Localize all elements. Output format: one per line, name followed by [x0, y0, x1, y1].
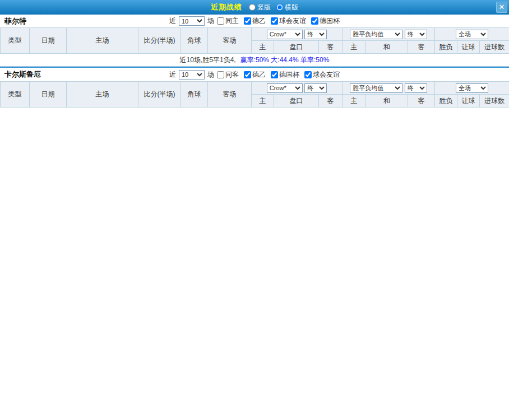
col-header-type: 类型 — [1, 28, 30, 54]
subcol-result: 胜负 — [435, 95, 457, 108]
team-section-furth: 菲尔特 近 10 场 同主德乙球会友谊德国杯 类型 日期 主场 比分(半场) 角… — [0, 15, 509, 67]
filter-checkbox-label: 球会友谊 — [313, 70, 340, 80]
summary-prefix: 近10场,胜5平1负4, — [180, 56, 236, 64]
filterbar-furth: 菲尔特 近 10 场 同主德乙球会友谊德国杯 — [0, 15, 509, 27]
league-filters: 同主德乙球会友谊德国杯 — [217, 16, 340, 26]
subcol-handicap: 盘口 — [274, 95, 319, 108]
games-label: 场 — [207, 16, 214, 26]
filter-checkbox-1[interactable]: 德乙 — [244, 16, 266, 26]
layout-radio-label: 横版 — [285, 3, 298, 12]
col-header-type: 类型 — [1, 82, 30, 108]
filterbar-karlsruhe: 卡尔斯鲁厄 近 10 场 同客德乙德国杯球会友谊 — [0, 67, 509, 81]
subcol-asian-away: 客 — [319, 41, 343, 54]
europe-odds-header-cell: 胜平负均值 终 — [343, 82, 435, 95]
subcol-asian-home: 主 — [252, 95, 274, 108]
europe-odds-select[interactable]: 胜平负均值 — [350, 83, 402, 93]
results-table-karlsruhe: 类型 日期 主场 比分(半场) 角球 客场 Crow* 终 胜平负均值 终 全场 — [0, 81, 509, 108]
asian-odds-header-cell: Crow* 终 — [252, 28, 343, 41]
subcol-result: 胜负 — [435, 41, 457, 54]
filter-checkbox-3[interactable]: 德国杯 — [311, 16, 340, 26]
subcol-euro-away: 客 — [408, 41, 435, 54]
filter-checkbox-label: 德国杯 — [279, 70, 299, 80]
team-name: 菲尔特 — [4, 15, 26, 27]
results-table-furth: 类型 日期 主场 比分(半场) 角球 客场 Crow* 终 胜平负均值 终 全场 — [0, 27, 509, 54]
layout-radio-vertical[interactable]: 竖版 — [249, 3, 271, 12]
team-name: 卡尔斯鲁厄 — [4, 68, 41, 81]
filter-checkbox-label: 同主 — [225, 16, 239, 26]
subcol-euro-away: 客 — [408, 95, 435, 108]
subcol-goals-result: 进球数 — [480, 95, 509, 108]
filter-checkbox-1[interactable]: 德乙 — [244, 70, 266, 80]
layout-radio-horizontal[interactable]: 横版 — [276, 3, 298, 12]
subcol-asian-home: 主 — [252, 41, 274, 54]
games-count-select[interactable]: 10 — [179, 70, 205, 80]
close-button[interactable]: ✕ — [496, 2, 507, 13]
asian-odds-header-cell: Crow* 终 — [252, 82, 343, 95]
col-header-home: 主场 — [67, 28, 138, 54]
col-header-corner: 角球 — [181, 28, 208, 54]
subcol-handicap-result: 让球 — [457, 95, 480, 108]
subcol-goals-result: 进球数 — [480, 41, 509, 54]
subcol-euro-draw: 和 — [366, 95, 408, 108]
filter-checkbox-label: 同客 — [225, 70, 239, 80]
col-header-away: 客场 — [208, 82, 252, 108]
team-section-karlsruhe: 卡尔斯鲁厄 近 10 场 同客德乙德国杯球会友谊 类型 日期 主场 比分(半场)… — [0, 67, 509, 108]
panel-title: 近期战绩 — [211, 2, 242, 12]
col-header-corner: 角球 — [181, 82, 208, 108]
odds-time-select[interactable]: 终 — [304, 30, 327, 39]
filter-checkbox-label: 德乙 — [252, 70, 266, 80]
europe-odds-select[interactable]: 胜平负均值 — [350, 30, 402, 39]
filter-checkbox-2[interactable]: 德国杯 — [271, 70, 299, 80]
col-header-home: 主场 — [67, 82, 138, 108]
filter-checkbox-2[interactable]: 球会友谊 — [271, 16, 306, 26]
filter-checkbox-label: 球会友谊 — [279, 16, 306, 26]
odds-time-select[interactable]: 终 — [304, 83, 327, 93]
league-filters: 同客德乙德国杯球会友谊 — [217, 70, 340, 80]
col-header-date: 日期 — [30, 28, 67, 54]
odds-company-select[interactable]: Crow* — [267, 83, 303, 93]
summary-row: 近10场,胜5平1负4,赢率:50% 大:44.4% 单率:50% — [0, 54, 509, 67]
col-header-date: 日期 — [30, 82, 67, 108]
col-header-away: 客场 — [208, 28, 252, 54]
scope-header-cell: 全场 — [435, 82, 509, 95]
scope-select[interactable]: 全场 — [456, 83, 488, 93]
layout-radio-label: 竖版 — [257, 3, 271, 12]
europe-time-select[interactable]: 终 — [405, 83, 427, 93]
filter-checkbox-label: 德乙 — [252, 16, 266, 26]
scope-select[interactable]: 全场 — [456, 30, 488, 39]
europe-time-select[interactable]: 终 — [405, 30, 427, 39]
near-label: 近 — [169, 70, 176, 80]
filter-checkbox-3[interactable]: 球会友谊 — [304, 70, 340, 80]
games-label: 场 — [207, 70, 214, 80]
europe-odds-header-cell: 胜平负均值 终 — [343, 28, 435, 41]
subcol-euro-draw: 和 — [366, 41, 408, 54]
filter-checkbox-0[interactable]: 同主 — [217, 16, 239, 26]
filter-checkbox-label: 德国杯 — [320, 16, 340, 26]
subcol-euro-home: 主 — [343, 95, 366, 108]
near-label: 近 — [169, 16, 176, 26]
col-header-score: 比分(半场) — [138, 82, 181, 108]
subcol-handicap-result: 让球 — [457, 41, 480, 54]
games-count-select[interactable]: 10 — [179, 16, 205, 26]
subcol-handicap: 盘口 — [274, 41, 319, 54]
subcol-euro-home: 主 — [343, 41, 366, 54]
layout-radio-group: 竖版横版 — [249, 3, 298, 12]
filter-checkbox-0[interactable]: 同客 — [217, 70, 239, 80]
col-header-score: 比分(半场) — [138, 28, 181, 54]
subcol-asian-away: 客 — [319, 95, 343, 108]
odds-company-select[interactable]: Crow* — [267, 30, 303, 39]
panel-titlebar: 近期战绩 竖版横版 ✕ — [0, 0, 509, 15]
summary-stats: 赢率:50% 大:44.4% 单率:50% — [240, 56, 330, 64]
scope-header-cell: 全场 — [435, 28, 509, 41]
